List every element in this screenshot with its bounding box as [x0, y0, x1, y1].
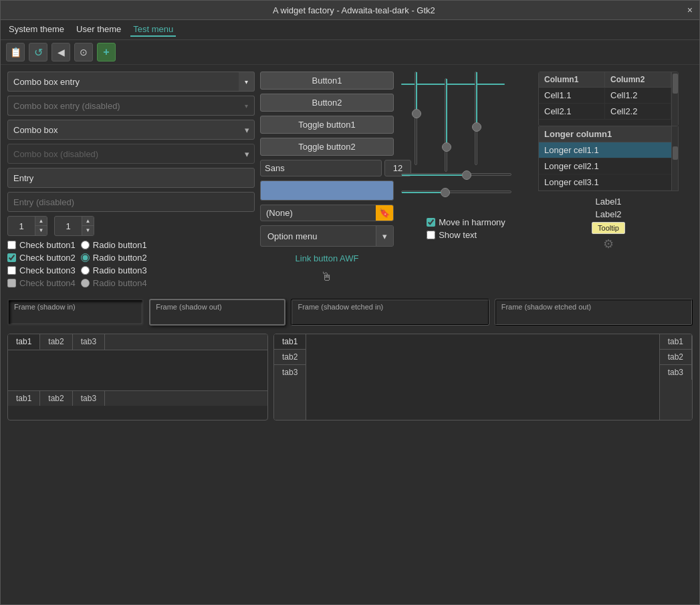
tab-left-top-3[interactable]: tab3	[73, 334, 105, 350]
tree-content-area: Column1 Column2 Cell1.1 Cell1.2 Cell2.1 …	[539, 72, 671, 126]
tab-container-right: tab1 tab2 tab3 tab1 tab2 tab3	[273, 334, 693, 420]
longer-scrollbar[interactable]	[671, 126, 678, 191]
color-button[interactable]	[260, 180, 394, 201]
combo-select[interactable]: Combo box	[7, 120, 255, 140]
radio3-label: Radio button3	[93, 265, 147, 275]
frame-etched-in-label: Frame (shadow etched in)	[298, 303, 482, 311]
show-text-check[interactable]: Show text	[427, 230, 505, 240]
check1-input[interactable]	[7, 241, 16, 249]
frame-shadow-out-label: Frame (shadow out)	[156, 303, 279, 311]
toolbar-btn-circle[interactable]: ⊙	[74, 43, 93, 62]
vslider2-thumb[interactable]	[442, 142, 451, 152]
tab-left-top-2[interactable]: tab2	[40, 334, 72, 350]
combo-entry-dropdown[interactable]: ▾	[239, 72, 255, 92]
radio3[interactable]: Radio button3	[81, 265, 147, 275]
vslider3-thumb[interactable]	[472, 122, 481, 132]
back-icon: ◀	[57, 47, 65, 57]
menu-system-theme[interactable]: System theme	[6, 23, 67, 37]
spinner1-up[interactable]: ▲	[35, 217, 47, 226]
hslider2-thumb[interactable]	[441, 188, 450, 197]
radio2[interactable]: Radio button2	[81, 253, 147, 263]
toggle-button2[interactable]: Toggle button2	[260, 138, 394, 156]
tabs-bottom-left: tab1 tab2 tab3	[8, 390, 267, 406]
longer-scrollbar-thumb[interactable]	[673, 146, 678, 160]
tabs-left-side: tab1 tab2 tab3	[274, 334, 306, 420]
scrollbar-thumb[interactable]	[673, 74, 678, 94]
toolbar-btn-add[interactable]: +	[97, 43, 116, 62]
radio1-input[interactable]	[81, 241, 90, 249]
check2[interactable]: Check button2	[7, 253, 76, 263]
check2-label: Check button2	[19, 253, 76, 263]
check3[interactable]: Check button3	[7, 265, 76, 275]
right-panel: Column1 Column2 Cell1.1 Cell1.2 Cell2.1 …	[538, 72, 679, 288]
font-name-input[interactable]	[260, 160, 382, 176]
toolbar-btn-clipboard[interactable]: 📋	[6, 43, 25, 62]
combo-entry-row: ▾	[7, 72, 255, 92]
menu-test-menu[interactable]: Test menu	[130, 23, 176, 37]
toggle-button1[interactable]: Toggle button1	[260, 116, 394, 134]
button1[interactable]: Button1	[260, 72, 394, 90]
tab-left-bottom-3[interactable]: tab3	[73, 391, 105, 406]
left-panel: ▾ ▾ Combo box Combo box (disabled)	[7, 72, 255, 288]
option-menu-arrow[interactable]: ▾	[376, 226, 393, 246]
label1: Label1	[595, 197, 621, 207]
radio2-label: Radio button2	[93, 253, 147, 263]
circle-icon: ⊙	[80, 47, 88, 57]
toolbar-btn-refresh[interactable]: ↺	[29, 43, 47, 62]
combo-entry-disabled-input	[7, 96, 239, 116]
menu-user-theme[interactable]: User theme	[74, 23, 124, 37]
tab-left-bottom-1[interactable]: tab1	[8, 391, 40, 406]
vslider1-track	[415, 72, 417, 165]
tab-right-left-1[interactable]: tab1	[274, 334, 306, 350]
longer-row-3[interactable]: Longer cell3.1	[539, 174, 671, 191]
vslider3-fill	[476, 72, 477, 126]
spinner1-down[interactable]: ▼	[35, 226, 47, 235]
tree-table: Column1 Column2 Cell1.1 Cell1.2 Cell2.1 …	[538, 72, 679, 126]
hslider1-thumb[interactable]	[462, 170, 471, 180]
check1[interactable]: Check button1	[7, 240, 76, 250]
spinner2-btns: ▲ ▼	[82, 217, 94, 235]
vslider1-thumb[interactable]	[412, 109, 421, 118]
spinner1-input[interactable]	[8, 220, 35, 233]
close-button[interactable]: ×	[687, 5, 693, 15]
drag-icon: 🖱	[260, 270, 394, 284]
toolbar-btn-back[interactable]: ◀	[51, 43, 70, 62]
tooltip-icon: ⚙	[603, 237, 614, 251]
tree-row-1[interactable]: Cell1.1 Cell1.2	[539, 88, 671, 104]
spinner2-down[interactable]: ▼	[82, 226, 94, 235]
link-button[interactable]: Link button AWF	[260, 251, 394, 266]
move-harmony-check[interactable]: Move in harmony	[427, 217, 505, 227]
longer-row-1[interactable]: Longer cell1.1	[539, 142, 671, 158]
tree-scrollbar[interactable]	[671, 72, 678, 126]
tab-left-bottom-2[interactable]: tab2	[40, 391, 72, 406]
entry-input[interactable]	[7, 168, 255, 188]
spinners-row: ▲ ▼ ▲ ▼	[7, 216, 255, 236]
longer-row-2[interactable]: Longer cell2.1	[539, 158, 671, 174]
tab-right-left-3[interactable]: tab3	[274, 365, 306, 380]
button2[interactable]: Button2	[260, 94, 394, 112]
spinner2-up[interactable]: ▲	[82, 217, 94, 226]
hslider1-wrap	[401, 173, 511, 176]
tab-right-right-3[interactable]: tab3	[660, 365, 692, 380]
tab-left-top-1[interactable]: tab1	[8, 334, 40, 350]
check2-input[interactable]	[7, 253, 16, 262]
spinner2-input[interactable]	[55, 220, 82, 233]
sliders-panel: Move in harmony Show text	[399, 72, 533, 288]
none-combo-select[interactable]: (None)	[261, 205, 376, 221]
frame-shadow-in: Frame (shadow in)	[7, 299, 144, 326]
tab-right-right-2[interactable]: tab2	[660, 350, 692, 365]
tab-right-left-2[interactable]: tab2	[274, 350, 306, 365]
check3-input[interactable]	[7, 266, 16, 275]
combo-entry-input[interactable]	[7, 72, 239, 92]
radio2-input[interactable]	[81, 253, 90, 262]
label2: Label2	[595, 209, 621, 219]
tree-row-2[interactable]: Cell2.1 Cell2.2	[539, 104, 671, 120]
show-text-input[interactable]	[427, 231, 435, 239]
hslider1-track	[401, 173, 511, 176]
radio1[interactable]: Radio button1	[81, 240, 147, 250]
move-harmony-input[interactable]	[427, 218, 435, 227]
row1: ▾ ▾ Combo box Combo box (disabled)	[7, 72, 693, 288]
tab-right-right-1[interactable]: tab1	[660, 334, 692, 350]
check3-label: Check button3	[19, 265, 76, 275]
radio3-input[interactable]	[81, 266, 90, 275]
